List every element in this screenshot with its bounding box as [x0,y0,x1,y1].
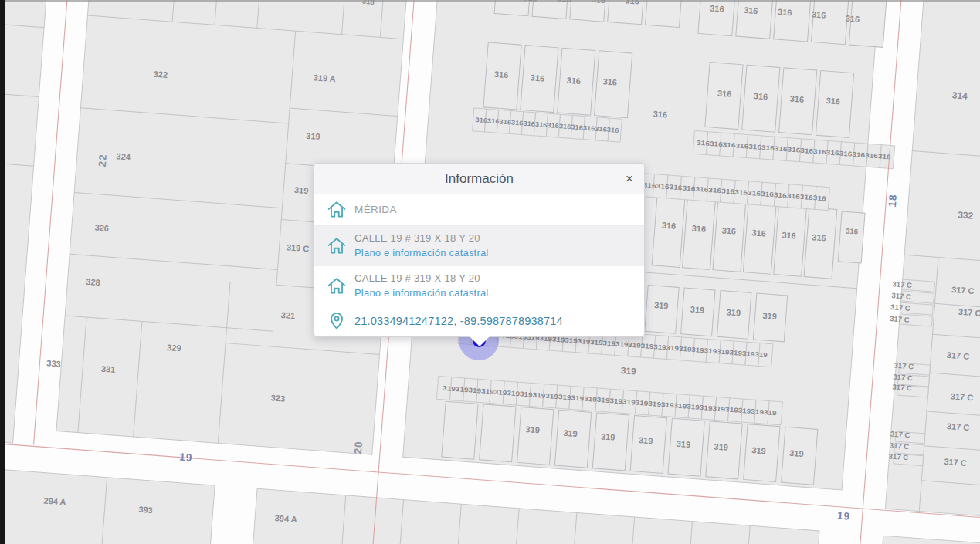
parcel-label: 316 [602,76,617,86]
parcel-label: 317 C [888,451,908,461]
house-lot [646,0,684,28]
parcel-label: 319 [620,365,636,377]
parcel-label: 316 [494,69,509,79]
parcel-label: 317 C [892,279,912,289]
parcel-label: 316 [789,94,804,104]
parcel-label: 317 C [950,391,973,402]
parcel-label: 317 C [894,361,914,371]
house-lot [774,0,812,42]
map-pin-icon [327,311,347,331]
house-lot [849,0,887,47]
house-lot [743,203,776,274]
house-lot [683,198,716,269]
house-lot [652,196,685,267]
parcel-label: 316 [530,73,544,83]
parcel-label: 319 [726,307,741,317]
parcel-label: 317 C [893,373,913,383]
parcel-block [0,0,55,443]
city-label: MÉRIDA [354,202,397,218]
parcel-label: 316 [846,226,859,235]
cadastral-plan-link[interactable]: Plano e información catastral [354,286,488,301]
parcel-block [246,488,819,544]
parcel-label: 394 A [274,513,297,524]
parcel-label: 316 [826,96,840,106]
home-icon [327,276,347,296]
screenshot-top-edge [0,0,980,2]
parcel-block [0,466,215,544]
parcel-label: 319 [676,439,690,449]
parcel-label: 331 [101,364,116,374]
house-lot [804,208,837,279]
coordinates-value: 21.0334941247122, -89.5987878938714 [354,313,563,329]
parcel-label: 316 [812,9,826,19]
parcel-label: 329 [167,343,181,353]
parcel-label: 324 [116,151,131,161]
parcel-label: 314 [951,90,968,101]
street-label: 22 [97,154,109,167]
popup-row-city: MÉRIDA [314,194,644,226]
parcel-label: 316 [662,221,677,231]
parcel-label: 319 [654,300,669,310]
house-lot [494,0,533,16]
parcel-label: 332 [958,209,974,221]
house-lot [592,413,629,471]
parcel-label: 319 [762,311,777,321]
parcel-label: 317 C [958,307,980,318]
parcel-label: 319 [690,305,704,315]
parcel-label: 326 [94,223,109,233]
parcel-label: 319 [714,441,728,451]
popup-row-address-2: CALLE 19 # 319 X 18 Y 20 Plano e informa… [314,266,644,306]
parcel-label: 316 [721,225,736,235]
parcel-label: 316 [744,5,758,15]
parcel-label: 322 [153,69,168,79]
parcel-label: 317 C [944,457,967,468]
house-lot [774,205,807,276]
house-lot [480,404,516,462]
info-popup-header: Información × [314,164,644,194]
parcel-label: 316 [717,88,732,98]
parcel-label: 316 [710,3,724,13]
parcel-label: 319 [525,424,540,434]
close-icon[interactable]: × [626,172,633,185]
parcel-label: 316 [751,228,766,238]
parcel-label: 316 [812,232,826,242]
info-popup: Información × MÉRIDA CALLE [314,163,645,337]
street-label: 19 [836,510,850,522]
parcel-label: 319 [789,448,804,458]
home-icon [327,200,347,220]
parcel-label: 319 [601,431,615,441]
map-app-window: 3163163163163163163163163163163163163163… [0,0,980,544]
parcel-label: 317 C [890,430,910,440]
parcel-label: 328 [86,277,100,287]
house-lot [811,0,849,45]
address-label: CALLE 19 # 319 X 18 Y 20 [354,231,488,246]
cadastral-plan-link[interactable]: Plano e información catastral [354,246,488,261]
parcel-label: 316 [566,76,581,86]
parcel-label: 317 C [946,350,969,361]
parcel-label: 316 [653,109,667,119]
popup-row-address-1: CALLE 19 # 319 X 18 Y 20 Plano e informa… [314,226,644,266]
parcel-label: 316 [691,223,706,233]
parcel-label: 317 C [891,291,911,301]
parcel-label: 317 C [890,314,910,324]
address-label: CALLE 19 # 319 X 18 Y 20 [354,272,488,286]
street-label: 19 [179,451,193,464]
house-lot [554,410,591,468]
parcel-label: 316 [753,91,768,101]
parcel-label: 319 [639,435,653,445]
parcel-label: 319 [751,445,766,455]
parcel-label: 317 C [889,441,909,451]
parcel-block [872,536,980,544]
parcel-label: 319 [294,185,309,195]
parcel-label: 333 [46,358,61,368]
parcel-label: 319 C [287,242,310,253]
popup-row-coordinates: 21.0334941247122, -89.5987878938714 [314,306,644,336]
parcel-label: 317 C [892,383,912,393]
home-icon [327,236,347,256]
parcel-label: 323 [270,393,285,403]
house-lot [838,211,865,263]
parcel-label: 319 [563,428,578,438]
parcel-label: 316 [845,14,860,24]
house-lot [442,401,478,459]
parcel-label: 321 [280,310,295,320]
